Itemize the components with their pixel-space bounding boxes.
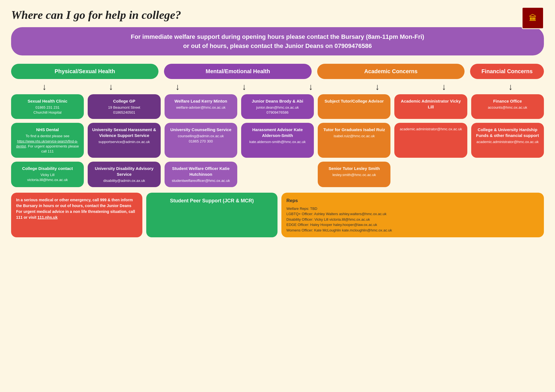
page-title: Where can I go for help in college? (11, 8, 544, 22)
card-hardship-funds: College & University Hardship Funds & ot… (471, 123, 544, 158)
arrow-6: ↓ (344, 82, 411, 92)
harassment-advisor-title: Harassment Advisor Kate Alderson-Smith (244, 127, 311, 138)
subject-tutor-title: Subject Tutor/College Advisor (321, 98, 387, 104)
sexual-health-body: 01865 231 231Churchill Hospital (14, 105, 80, 115)
card-empty-2 (394, 162, 467, 187)
academic-admin-title: Academic Administrator Vicky Lill (398, 98, 464, 110)
arrow-2: ↓ (78, 82, 144, 92)
welfare-lead-body: welfare-adviser@hmc.ox.ac.uk (168, 105, 234, 110)
finance-office-body: accounts@hmc.ox.ac.uk (475, 105, 541, 110)
card-nhs-dental: NHS Dental To find a dentist please see … (11, 123, 84, 158)
card-junior-deans: Junior Deans Brody & Abi junior.dean@hmc… (241, 94, 314, 119)
uni-disability-body: disability@admin.ox.ax.uk (91, 178, 157, 183)
uni-harassment-title: University Sexual Harassment & Violence … (91, 127, 157, 138)
card-empty-1 (241, 162, 314, 187)
card-welfare-lead: Welfare Lead Kerry Minton welfare-advise… (165, 94, 237, 119)
card-uni-disability: University Disability Advisory Service d… (88, 162, 160, 187)
finance-office-title: Finance Office (475, 98, 541, 104)
hardship-funds-title: College & University Hardship Funds & ot… (475, 127, 541, 138)
arrow-4: ↓ (211, 82, 278, 92)
emergency-text: In a serious medical or other emergency,… (16, 198, 135, 220)
arrow-8: ↓ (477, 82, 544, 92)
arrow-7: ↓ (411, 82, 477, 92)
card-finance-office: Finance Office accounts@hmc.ox.ac.uk (471, 94, 544, 119)
junior-deans-title: Junior Deans Brody & Abi (244, 98, 311, 104)
arrow-3: ↓ (144, 82, 211, 92)
academic-admin-email-body: academic.administrator@hmc.ox.ac.uk (398, 127, 464, 132)
cat-academic: Academic Concerns (317, 64, 465, 79)
hardship-funds-body: academic.administrator@hmc.ox.ac.uk (475, 139, 541, 144)
nhs-dental-title: NHS Dental (14, 127, 80, 133)
arrow-1: ↓ (11, 82, 78, 92)
card-empty-3 (471, 162, 544, 187)
tutor-graduates-title: Tutor for Graduates Isabel Ruiz (321, 127, 387, 133)
card-emergency: In a serious medical or other emergency,… (11, 193, 142, 237)
card-tutor-graduates: Tutor for Graduates Isabel Ruiz isabel.r… (318, 123, 390, 158)
reps-line-2: LGBTQ+ Officer: Ashley Walters ashley.wa… (286, 211, 539, 217)
card-uni-counselling: University Counselling Service counselli… (165, 123, 237, 158)
header-banner: For immediate welfare support during ope… (11, 27, 544, 55)
arrow-5: ↓ (278, 82, 344, 92)
uni-counselling-title: University Counselling Service (168, 127, 234, 133)
senior-tutor-title: Senior Tutor Lesley Smith (321, 166, 387, 171)
logo: 🏛 (522, 7, 544, 29)
card-sexual-health: Sexual Health Clinic 01865 231 231Church… (11, 94, 84, 119)
card-peer-support: Student Peer Support (JCR & MCR) (146, 193, 278, 237)
card-academic-admin: Academic Administrator Vicky Lill (394, 94, 467, 119)
card-reps: Reps Welfare Reps: TBD LGBTQ+ Officer: A… (281, 193, 544, 237)
peer-support-text: Student Peer Support (JCR & MCR) (170, 198, 254, 203)
cat-physical-sexual: Physical/Sexual Health (11, 64, 158, 79)
disability-contact-title: College Disability contact (14, 166, 80, 171)
card-harassment-advisor: Harassment Advisor Kate Alderson-Smith k… (241, 123, 314, 158)
reps-line-5: Womens Officer: Kate McLoughlin kate.mcl… (286, 228, 539, 233)
reps-line-3: Disability Officer: Vicky Lill victoria.… (286, 217, 539, 222)
uni-harassment-body: supportservice@admin.ox.ac.uk (91, 139, 157, 144)
senior-tutor-body: lesley.smith@hmc.oc.ac.uk (321, 172, 387, 177)
card-uni-harassment: University Sexual Harassment & Violence … (88, 123, 160, 158)
uni-disability-title: University Disability Advisory Service (91, 166, 157, 177)
tutor-graduates-body: isabel.ruiz@hmc.oc.ac.uk (321, 134, 387, 139)
card-student-welfare: Student Welfare Officer Katie Hutchinson… (165, 162, 237, 187)
card-disability-contact: College Disability contact Vicky Lillvic… (11, 162, 84, 187)
uni-counselling-body: counselling@admin.ox.ac.uk01865 270 300 (168, 134, 234, 144)
disability-contact-body: Vicky Lillvictoria.lill@hmc.ox.ac.uk (14, 172, 80, 182)
card-subject-tutor: Subject Tutor/College Advisor (318, 94, 390, 119)
cat-financial: Financial Concerns (470, 64, 544, 79)
student-welfare-title: Student Welfare Officer Katie Hutchinson (168, 166, 234, 177)
card-academic-admin-email: academic.administrator@hmc.ox.ac.uk (394, 123, 467, 158)
nhs-dental-body: To find a dentist please see https://www… (14, 134, 80, 154)
reps-line-1: Welfare Reps: TBD (286, 206, 539, 212)
sexual-health-title: Sexual Health Clinic (14, 98, 80, 104)
college-gp-title: College GP (91, 98, 157, 104)
junior-deans-body: junior.dean@hmc.ox.ac.uk07909476586 (244, 105, 311, 115)
card-senior-tutor: Senior Tutor Lesley Smith lesley.smith@h… (318, 162, 390, 187)
cat-mental-emotional: Mental/Emotional Health (164, 64, 311, 79)
reps-title: Reps (286, 197, 539, 204)
student-welfare-body: studentwelfareofficer@hmc.ox.ac.uk (168, 178, 234, 183)
college-gp-body: 19 Beaumont Street01865240501 (91, 105, 157, 115)
card-college-gp: College GP 19 Beaumont Street01865240501 (88, 94, 160, 119)
welfare-lead-title: Welfare Lead Kerry Minton (168, 98, 234, 104)
reps-line-4: EDGE Officer: Haley Hooper haley.hooper@… (286, 222, 539, 228)
harassment-advisor-body: kate.alderson-smith@hmc.ox.ac.uk (244, 139, 311, 144)
